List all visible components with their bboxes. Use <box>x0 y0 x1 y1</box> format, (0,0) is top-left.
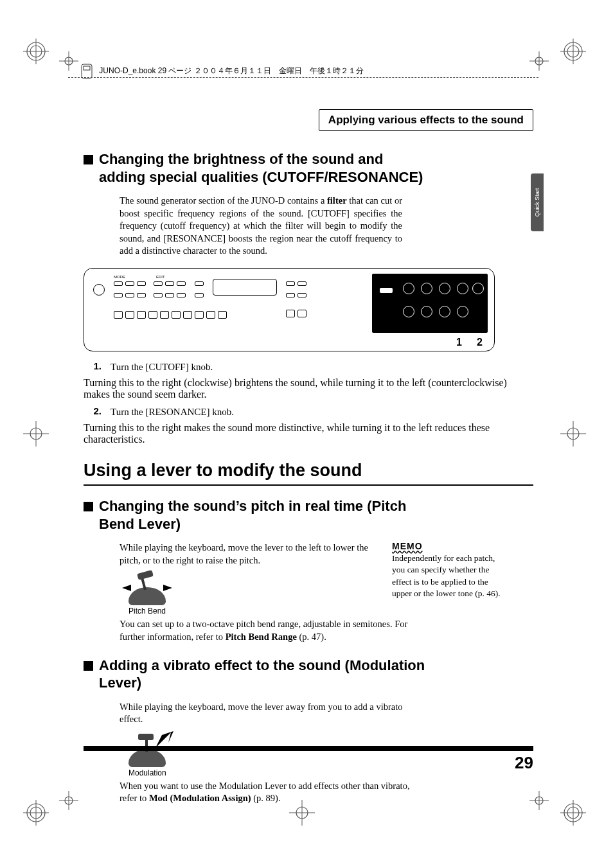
panel-callout-2: 2 <box>477 337 483 348</box>
step-2-number: 2. <box>84 405 102 418</box>
intro-paragraph: The sound generator section of the JUNO-… <box>120 195 402 258</box>
section-title-tab-label: Applying various effects to the sound <box>319 109 533 131</box>
crop-mark-bottom-left <box>23 800 49 826</box>
panel-callout-1: 1 <box>456 337 462 348</box>
header-rule <box>68 77 538 78</box>
svg-rect-38 <box>84 66 90 70</box>
step-1-text: Turn the [CUTOFF] knob. <box>111 360 213 373</box>
pitch-bend-lever-figure <box>129 572 172 605</box>
step-2-text: Turn the [RESONANCE] knob. <box>111 405 234 418</box>
crop-mark-mid-left <box>23 421 49 447</box>
modulation-caption: Modulation <box>129 768 533 777</box>
footer-rule <box>84 746 533 751</box>
svg-marker-41 <box>155 731 173 748</box>
crop-mark-top-left <box>23 39 49 64</box>
heading-lever: Using a lever to modify the sound <box>84 461 533 486</box>
crop-mark-top-right <box>560 39 586 64</box>
svg-marker-40 <box>163 585 172 591</box>
modulation-paragraph-2: When you want to use the Modulation Leve… <box>120 780 415 805</box>
pitch-bend-caption: Pitch Bend <box>129 607 533 616</box>
page-number: 29 <box>515 753 533 773</box>
pitch-bend-paragraph: While playing the keyboard, move the lev… <box>120 542 377 567</box>
modulation-paragraph: While playing the keyboard, move the lev… <box>120 701 422 726</box>
heading-modulation: Adding a vibrato effect to the sound (Mo… <box>84 657 469 692</box>
memo-label: MEMO <box>392 540 501 553</box>
side-tab-label: Quick Start <box>534 188 540 217</box>
book-header-text: JUNO-D_e.book 29 ページ ２００４年６月１１日 金曜日 午後１時… <box>99 66 363 75</box>
section-title-tab: Applying various effects to the sound <box>84 109 533 131</box>
step-1-number: 1. <box>84 360 102 373</box>
heading-cutoff-resonance: Changing the brightness of the sound and… <box>84 150 431 186</box>
crop-mark-mid-right <box>560 421 586 447</box>
step-1-desc: Turning this to the right (clockwise) br… <box>84 377 533 400</box>
front-panel-figure: MODE EDIT <box>84 268 495 351</box>
crop-mark-bottom-right <box>560 800 586 826</box>
svg-marker-39 <box>122 585 131 591</box>
heading-pitch-bend: Changing the sound’s pitch in real time … <box>84 497 418 533</box>
memo-block: MEMO Independently for each patch, you c… <box>392 540 501 599</box>
step-2-desc: Turning this to the right makes the soun… <box>84 422 533 445</box>
pitch-bend-paragraph-2: You can set up to a two-octave pitch ben… <box>120 618 415 643</box>
memo-text: Independently for each patch, you can sp… <box>392 553 501 599</box>
